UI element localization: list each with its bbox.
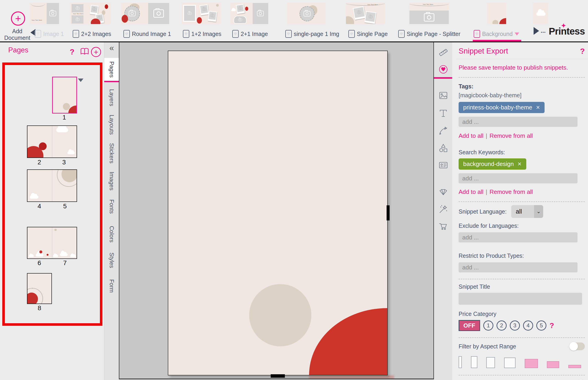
template-item-2p1-image[interactable]: ♡ 2+1 Image — [232, 30, 268, 38]
aspect-landscape[interactable] — [525, 359, 538, 368]
template-thumb-single-page-1-img[interactable] — [287, 3, 326, 24]
remove-from-all-link[interactable]: Remove from all — [489, 132, 533, 139]
template-item-image-1[interactable]: ♡ Image 1 — [35, 30, 64, 38]
magic-wand-icon[interactable] — [438, 204, 448, 214]
book-icon[interactable] — [80, 48, 89, 57]
page-number: 4 — [27, 203, 52, 210]
template-thumb-2p1[interactable] — [230, 3, 268, 24]
page-menu-caret[interactable] — [78, 78, 84, 82]
template-thumb-image-1[interactable]: Your Text Here — [30, 3, 59, 24]
add-document-button[interactable]: Add Document — [2, 28, 33, 41]
text-icon[interactable] — [438, 108, 448, 118]
canvas-page[interactable] — [168, 51, 388, 375]
template-item-single-page[interactable]: ♡ Single Page — [348, 30, 388, 38]
price-off-button[interactable]: OFF — [459, 320, 480, 331]
add-page-icon[interactable]: + — [91, 47, 101, 57]
template-item-single-page-1-img[interactable]: ♡ single-page 1 Img — [285, 30, 339, 38]
aspect-tall-narrow[interactable] — [459, 356, 462, 368]
tab-pages[interactable]: Pages — [104, 58, 119, 82]
add-to-all-link[interactable]: Add to all — [459, 132, 483, 139]
polaroid — [364, 11, 377, 24]
template-thumb-single-page[interactable]: Your Text Here — [346, 3, 385, 24]
camera-icon — [92, 8, 96, 11]
exclude-languages-input[interactable] — [459, 232, 577, 242]
remove-tag-icon[interactable]: ✕ — [536, 105, 540, 111]
page-flip-handle-right[interactable] — [387, 205, 390, 220]
help-icon[interactable]: ? — [550, 322, 554, 330]
price-level-4[interactable]: 4 — [523, 321, 533, 331]
tab-images[interactable]: Images — [104, 170, 119, 192]
ruler-icon[interactable] — [438, 47, 448, 57]
template-item-2p2-images[interactable]: ♡ 2+2 Images — [73, 30, 111, 38]
price-level-2[interactable]: 2 — [497, 321, 507, 331]
help-icon[interactable]: ? — [70, 47, 74, 56]
page-thumb-8[interactable] — [27, 273, 52, 304]
template-thumb-2p2[interactable]: Your Text Here — [70, 3, 110, 24]
template-item-single-page-splitter[interactable]: ♡ Single Page - Splitter — [398, 30, 460, 38]
price-level-1[interactable]: 1 — [483, 321, 493, 331]
spread-divider — [52, 227, 52, 258]
remove-from-all-link[interactable]: Remove from all — [489, 189, 533, 195]
snippet-language-select[interactable]: all ⌄ — [511, 205, 543, 218]
red-quarter-shape[interactable] — [309, 308, 387, 375]
template-item-round-image-1[interactable]: ♡ Round Image 1 — [123, 30, 171, 38]
help-icon[interactable]: ? — [580, 47, 585, 56]
aspect-wide[interactable] — [547, 361, 559, 368]
page-thumb-6-7[interactable] — [27, 227, 77, 259]
template-item-background[interactable]: ♡ Background — [474, 30, 519, 38]
snippet-title-input[interactable] — [459, 293, 582, 305]
tag-chip[interactable]: printess-book-baby-theme ✕ — [459, 102, 545, 113]
template-thumb-round-1[interactable] — [121, 3, 169, 24]
aspect-panorama[interactable] — [568, 365, 581, 368]
price-level-5[interactable]: 5 — [536, 321, 546, 331]
price-level-3[interactable]: 3 — [510, 321, 520, 331]
decor-red-circle — [39, 142, 47, 150]
tab-fonts[interactable]: Fonts — [104, 196, 119, 217]
cloud — [36, 254, 43, 257]
tags-label: Tags: — [459, 83, 585, 90]
page-flip-handle-bottom[interactable] — [271, 374, 285, 378]
page-number: 1 — [52, 114, 76, 121]
keyword-chip[interactable]: background-design ✕ — [459, 158, 526, 170]
remove-keyword-icon[interactable]: ✕ — [517, 161, 521, 167]
template-thumb-1p2[interactable] — [182, 3, 221, 24]
tab-stickers[interactable]: Stickers — [104, 140, 119, 166]
tab-layouts[interactable]: Layouts — [104, 113, 119, 137]
add-document-icon[interactable]: + — [11, 11, 25, 26]
tab-colors[interactable]: Colors — [104, 222, 119, 246]
shapes-icon[interactable] — [438, 143, 448, 153]
snippet-card-icon: ♡ — [232, 30, 239, 38]
template-thumb-background[interactable] — [487, 3, 506, 24]
path-icon[interactable] — [438, 126, 448, 136]
tab-form[interactable]: Form — [104, 275, 119, 296]
page-thumb-1[interactable] — [52, 77, 77, 114]
template-item-1p2-images[interactable]: ♡ 1+2 Images — [183, 30, 221, 38]
collapse-panel-icon[interactable]: « — [104, 43, 119, 53]
shopping-cart-icon[interactable] — [438, 221, 448, 231]
fan-icon[interactable] — [438, 187, 448, 197]
filter-aspect-toggle[interactable] — [570, 342, 585, 350]
tan-circle-shape[interactable] — [249, 284, 311, 346]
more-templates-icon[interactable]: ••• — [541, 30, 546, 34]
image-icon[interactable] — [438, 90, 448, 100]
design-canvas[interactable] — [119, 42, 434, 379]
contact-card-icon[interactable] — [438, 160, 448, 170]
spread-left — [27, 227, 52, 258]
page-thumb-2-3[interactable] — [27, 125, 77, 158]
restrict-product-types-input[interactable] — [459, 262, 577, 272]
page-number: 7 — [52, 259, 77, 267]
add-to-all-link[interactable]: Add to all — [459, 189, 483, 195]
aspect-portrait[interactable] — [486, 357, 495, 368]
tab-layers[interactable]: Layers — [104, 87, 119, 108]
scroll-right-icon[interactable] — [534, 27, 539, 35]
aspect-square[interactable] — [504, 358, 516, 368]
add-keyword-input[interactable] — [459, 173, 577, 183]
aspect-tall[interactable] — [471, 356, 477, 368]
divider — [459, 279, 585, 279]
template-thumb-splitter[interactable]: Your Text Here — [409, 3, 449, 24]
add-tag-input[interactable] — [459, 117, 577, 127]
tab-styles[interactable]: Styles — [104, 249, 119, 272]
page-thumb-4-5[interactable] — [27, 170, 77, 202]
snippet-card-icon: ♡ — [398, 30, 405, 38]
snippet-export-icon[interactable] — [438, 64, 448, 75]
